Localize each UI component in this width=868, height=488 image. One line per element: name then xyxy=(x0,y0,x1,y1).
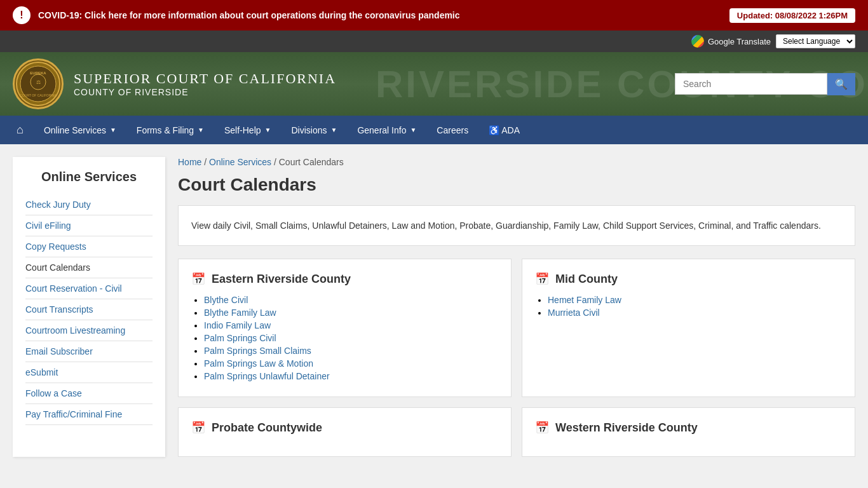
main-container: Online Services Check Jury Duty Civil eF… xyxy=(0,144,868,470)
list-item: Indio Family Law xyxy=(204,320,498,330)
nav-self-help-label: Self-Help xyxy=(224,125,261,135)
nav-forms-filing-label: Forms & Filing xyxy=(137,125,194,135)
eastern-calendar-icon: 📅 xyxy=(191,272,205,286)
blythe-family-law-link[interactable]: Blythe Family Law xyxy=(204,308,276,318)
murrieta-civil-link[interactable]: Murrieta Civil xyxy=(548,308,600,318)
main-nav: ⌂ Online Services ▼ Forms & Filing ▼ Sel… xyxy=(0,116,868,144)
nav-general-info-chevron: ▼ xyxy=(410,126,416,133)
nav-careers[interactable]: Careers xyxy=(426,118,478,143)
covid-updated-badge: Updated: 08/08/2022 1:26PM xyxy=(729,8,855,23)
list-item: Palm Springs Civil xyxy=(204,333,498,343)
nav-careers-label: Careers xyxy=(437,125,468,135)
mid-calendar-icon: 📅 xyxy=(535,272,549,286)
covid-banner[interactable]: ! COVID-19: Click here for more informat… xyxy=(0,0,868,30)
mid-county-title: 📅 Mid County xyxy=(535,272,842,286)
nav-ada-label: ♿ ADA xyxy=(489,125,520,135)
google-translate-label: Google Translate xyxy=(708,37,771,46)
court-name-sub: County of Riverside xyxy=(74,87,336,97)
nav-general-info-label: General Info xyxy=(357,125,406,135)
breadcrumb-sep1: / xyxy=(204,157,209,167)
breadcrumb-sep2: / xyxy=(274,157,279,167)
nav-general-info[interactable]: General Info ▼ xyxy=(347,118,426,143)
nav-home[interactable]: ⌂ xyxy=(6,116,34,144)
palm-springs-small-claims-link[interactable]: Palm Springs Small Claims xyxy=(204,346,311,356)
sidebar-court-reservation-civil[interactable]: Court Reservation - Civil xyxy=(25,278,153,299)
top-bar: Google Translate Select Language xyxy=(0,30,868,52)
svg-text:⚖: ⚖ xyxy=(36,79,41,85)
nav-online-services-chevron: ▼ xyxy=(110,126,116,133)
breadcrumb: Home / Online Services / Court Calendars xyxy=(178,157,855,167)
page-title: Court Calendars xyxy=(178,175,855,195)
list-item: Palm Springs Small Claims xyxy=(204,346,498,356)
palm-springs-law-motion-link[interactable]: Palm Springs Law & Motion xyxy=(204,358,313,369)
probate-calendar-icon: 📅 xyxy=(191,421,205,435)
nav-online-services-label: Online Services xyxy=(44,125,106,135)
breadcrumb-home[interactable]: Home xyxy=(178,157,201,167)
svg-text:COURT OF CALIFORNIA: COURT OF CALIFORNIA xyxy=(20,93,57,97)
sidebar-esubmit[interactable]: eSubmit xyxy=(25,362,153,383)
search-button[interactable]: 🔍 xyxy=(827,73,855,95)
palm-springs-unlawful-detainer-link[interactable]: Palm Springs Unlawful Detainer xyxy=(204,371,330,381)
list-item: Palm Springs Unlawful Detainer xyxy=(204,371,498,381)
eastern-county-card: 📅 Eastern Riverside County Blythe Civil … xyxy=(178,259,512,397)
description-box: View daily Civil, Small Claims, Unlawful… xyxy=(178,205,855,246)
nav-self-help[interactable]: Self-Help ▼ xyxy=(214,118,281,143)
nav-divisions-label: Divisions xyxy=(291,125,327,135)
calendars-grid: 📅 Eastern Riverside County Blythe Civil … xyxy=(178,259,855,457)
covid-alert-icon: ! xyxy=(13,6,31,24)
list-item: Blythe Family Law xyxy=(204,308,498,318)
eastern-county-title: 📅 Eastern Riverside County xyxy=(191,272,498,286)
card-fade xyxy=(522,437,855,456)
western-calendar-icon: 📅 xyxy=(535,421,549,435)
covid-banner-text[interactable]: COVID-19: Click here for more informatio… xyxy=(38,10,460,20)
list-item: Murrieta Civil xyxy=(548,308,842,318)
sidebar-copy-requests[interactable]: Copy Requests xyxy=(25,236,153,257)
sidebar-court-transcripts[interactable]: Court Transcripts xyxy=(25,299,153,320)
hemet-family-law-link[interactable]: Hemet Family Law xyxy=(548,295,621,305)
nav-online-services[interactable]: Online Services ▼ xyxy=(34,118,126,143)
blythe-civil-link[interactable]: Blythe Civil xyxy=(204,295,248,305)
nav-forms-filing[interactable]: Forms & Filing ▼ xyxy=(126,118,214,143)
card-fade xyxy=(179,437,511,456)
sidebar-civil-efiling[interactable]: Civil eFiling xyxy=(25,215,153,236)
sidebar: Online Services Check Jury Duty Civil eF… xyxy=(13,157,165,457)
language-select[interactable]: Select Language xyxy=(776,34,855,48)
indio-family-law-link[interactable]: Indio Family Law xyxy=(204,320,271,330)
sidebar-check-jury-duty[interactable]: Check Jury Duty xyxy=(25,194,153,215)
palm-springs-civil-link[interactable]: Palm Springs Civil xyxy=(204,333,276,343)
mid-county-links: Hemet Family Law Murrieta Civil xyxy=(535,295,842,318)
sidebar-email-subscriber[interactable]: Email Subscriber xyxy=(25,341,153,362)
sidebar-title: Online Services xyxy=(25,170,153,184)
court-name-main: Superior Court of California xyxy=(74,71,336,87)
western-county-card: 📅 Western Riverside County xyxy=(522,407,855,457)
nav-ada[interactable]: ♿ ADA xyxy=(478,118,530,143)
logo-area: EUREKA COURT OF CALIFORNIA ⚖ Superior Co… xyxy=(13,58,336,109)
list-item: Blythe Civil xyxy=(204,295,498,305)
header-search: 🔍 xyxy=(675,73,855,95)
google-icon xyxy=(691,35,704,48)
eastern-county-links: Blythe Civil Blythe Family Law Indio Fam… xyxy=(191,295,498,381)
probate-title: 📅 Probate Countywide xyxy=(191,421,498,435)
nav-divisions[interactable]: Divisions ▼ xyxy=(281,118,347,143)
western-county-title: 📅 Western Riverside County xyxy=(535,421,842,435)
court-seal: EUREKA COURT OF CALIFORNIA ⚖ xyxy=(13,58,64,109)
list-item: Hemet Family Law xyxy=(548,295,842,305)
sidebar-follow-a-case[interactable]: Follow a Case xyxy=(25,383,153,404)
nav-forms-chevron: ▼ xyxy=(198,126,204,133)
sidebar-pay-traffic-fine[interactable]: Pay Traffic/Criminal Fine xyxy=(25,404,153,425)
probate-card: 📅 Probate Countywide xyxy=(178,407,512,457)
search-input[interactable] xyxy=(675,73,827,95)
mid-county-card: 📅 Mid County Hemet Family Law Murrieta C… xyxy=(522,259,855,397)
site-header: RIVERSIDE COUNTY CO EUREKA COURT OF CALI… xyxy=(0,52,868,116)
sidebar-court-calendars: Court Calendars xyxy=(25,257,153,278)
sidebar-courtroom-livestreaming[interactable]: Courtroom Livestreaming xyxy=(25,320,153,341)
description-text: View daily Civil, Small Claims, Unlawful… xyxy=(191,219,842,233)
nav-self-help-chevron: ▼ xyxy=(265,126,271,133)
breadcrumb-current: Court Calendars xyxy=(279,157,344,167)
main-content: Home / Online Services / Court Calendars… xyxy=(178,157,855,457)
list-item: Palm Springs Law & Motion xyxy=(204,358,498,369)
court-title: Superior Court of California County of R… xyxy=(74,71,336,97)
google-translate-area: Google Translate xyxy=(691,35,771,48)
nav-divisions-chevron: ▼ xyxy=(330,126,337,133)
breadcrumb-online-services[interactable]: Online Services xyxy=(209,157,271,167)
